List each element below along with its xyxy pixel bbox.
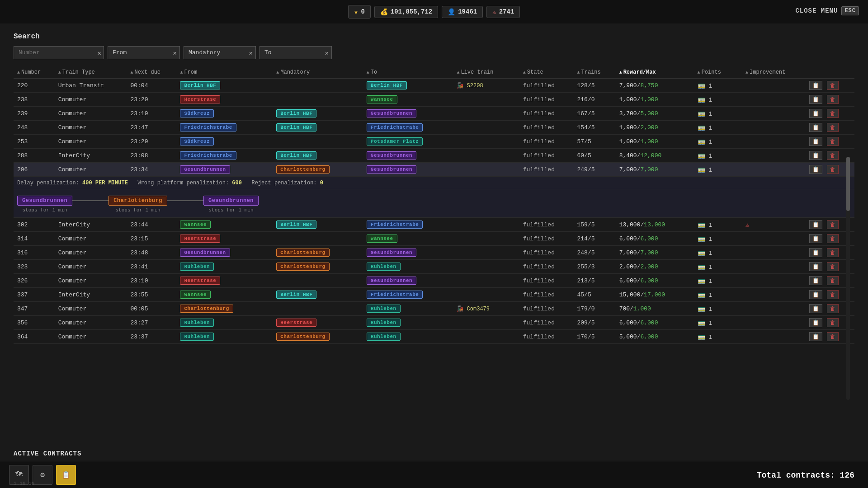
scrollbar[interactable]	[845, 152, 851, 395]
delete-button[interactable]: 🗑	[827, 151, 839, 160]
edit-button[interactable]: 📋	[809, 276, 822, 285]
edit-button[interactable]: 📋	[809, 81, 822, 90]
cell-improvement	[742, 79, 805, 93]
edit-button[interactable]: 📋	[809, 151, 822, 160]
delete-button[interactable]: 🗑	[827, 137, 839, 146]
from-clear-button[interactable]: ✕	[173, 49, 177, 56]
close-menu-button[interactable]: CLOSE MENU ESC	[795, 6, 859, 15]
cell-type: InterCity	[55, 149, 127, 163]
table-row[interactable]: 288 InterCity 23:08 Friedrichstrabe Berl…	[14, 149, 854, 163]
delete-button[interactable]: 🗑	[827, 123, 839, 132]
scrollbar-thumb[interactable]	[846, 157, 850, 211]
cell-to: Berlin HBF	[363, 79, 453, 93]
edit-button[interactable]: 📋	[809, 109, 822, 118]
edit-button[interactable]: 📋	[809, 234, 822, 243]
delete-button[interactable]: 🗑	[827, 262, 839, 271]
cell-next-due: 00:05	[127, 302, 176, 316]
improvement-warning-icon: ⚠	[745, 221, 749, 229]
cell-points: 🚃 1	[694, 107, 742, 121]
table-row[interactable]: 347 Commuter 00:05 Charlottenburg Ruhleb…	[14, 302, 854, 316]
table-row[interactable]: 253 Commuter 23:29 Südkreuz Potsdamer Pl…	[14, 135, 854, 149]
cell-live-train	[453, 135, 519, 149]
table-row[interactable]: 323 Commuter 23:41 Ruhleben Charlottenbu…	[14, 260, 854, 274]
edit-button[interactable]: 📋	[809, 248, 822, 257]
cell-type: Commuter	[55, 302, 127, 316]
delete-button[interactable]: 🗑	[827, 81, 839, 90]
header-train-type[interactable]: ▲Train Type	[55, 66, 127, 79]
table-row[interactable]: 314 Commuter 23:15 Heerstrase Wannsee fu…	[14, 232, 854, 246]
edit-button[interactable]: 📋	[809, 290, 822, 299]
to-clear-button[interactable]: ✕	[325, 49, 329, 56]
cell-to: Potsdamer Platz	[363, 135, 453, 149]
table-row[interactable]: 302 InterCity 23:44 Wannsee Berlin HBF F…	[14, 218, 854, 232]
header-points[interactable]: ▲Points	[694, 66, 742, 79]
cell-mandatory	[273, 93, 363, 107]
delete-button[interactable]: 🗑	[827, 290, 839, 299]
cell-from: Heerstrase	[176, 274, 273, 288]
to-filter[interactable]: To ✕	[259, 46, 332, 59]
edit-button[interactable]: 📋	[809, 95, 822, 104]
table-row[interactable]: 296 Commuter 23:34 Gesundbrunnen Charlot…	[14, 163, 854, 177]
delete-button[interactable]: 🗑	[827, 109, 839, 118]
header-number[interactable]: ▲Number	[14, 66, 55, 79]
cell-type: Commuter	[55, 274, 127, 288]
delete-button[interactable]: 🗑	[827, 318, 839, 327]
delete-button[interactable]: 🗑	[827, 332, 839, 341]
cell-improvement	[742, 135, 805, 149]
number-search-input[interactable]	[14, 46, 104, 59]
number-clear-button[interactable]: ✕	[98, 49, 101, 56]
delete-button[interactable]: 🗑	[827, 276, 839, 285]
total-label: Total contracts:	[757, 471, 835, 480]
route-stop-info: stops for 1 min	[116, 207, 160, 213]
header-improvement[interactable]: ▲Improvement	[742, 66, 805, 79]
delete-button[interactable]: 🗑	[827, 234, 839, 243]
header-state[interactable]: ▲State	[519, 66, 574, 79]
edit-button[interactable]: 📋	[809, 332, 822, 341]
settings-tool-button[interactable]: ⚙	[33, 465, 52, 485]
cell-live-train	[453, 218, 519, 232]
cell-type: Commuter	[55, 107, 127, 121]
delete-button[interactable]: 🗑	[827, 304, 839, 313]
header-live-train[interactable]: ▲Live train	[453, 66, 519, 79]
route-line	[72, 200, 108, 201]
table-row[interactable]: 248 Commuter 23:47 Friedrichstrabe Berli…	[14, 121, 854, 135]
edit-button[interactable]: 📋	[809, 137, 822, 146]
cell-from: Gesundbrunnen	[176, 246, 273, 260]
stars-value: 0	[361, 8, 364, 15]
cell-live-train: 🚂 Com3479	[453, 302, 519, 316]
delete-button[interactable]: 🗑	[827, 248, 839, 257]
header-next-due[interactable]: ▲Next due	[127, 66, 176, 79]
table-row[interactable]: 220 Urban Transit 00:04 Berlin HBF Berli…	[14, 79, 854, 93]
edit-button[interactable]: 📋	[809, 220, 822, 229]
edit-button[interactable]: 📋	[809, 123, 822, 132]
header-reward[interactable]: ▲Reward/Max	[616, 66, 694, 79]
header-mandatory[interactable]: ▲Mandatory	[273, 66, 363, 79]
delete-button[interactable]: 🗑	[827, 220, 839, 229]
header-to[interactable]: ▲To	[363, 66, 453, 79]
delete-button[interactable]: 🗑	[827, 95, 839, 104]
table-row[interactable]: 326 Commuter 23:10 Heerstrase Gesundbrun…	[14, 274, 854, 288]
cell-trains: 57/5	[574, 135, 616, 149]
cell-to: Ruhleben	[363, 260, 453, 274]
cell-trains: 154/5	[574, 121, 616, 135]
table-row[interactable]: 364 Commuter 23:37 Ruhleben Charlottenbu…	[14, 330, 854, 344]
edit-button[interactable]: 📋	[809, 304, 822, 313]
header-trains[interactable]: ▲Trains	[574, 66, 616, 79]
cash-stat: 💰 101,855,712	[374, 6, 438, 18]
from-filter[interactable]: From ✕	[108, 46, 180, 59]
table-row[interactable]: 316 Commuter 23:48 Gesundbrunnen Charlot…	[14, 246, 854, 260]
edit-button[interactable]: 📋	[809, 165, 822, 174]
route-stop-info: stops for 1 min	[209, 207, 254, 213]
table-row[interactable]: 356 Commuter 23:27 Ruhleben Heerstrase R…	[14, 316, 854, 330]
mandatory-clear-button[interactable]: ✕	[249, 49, 253, 56]
contracts-tool-button[interactable]: 📋	[56, 465, 76, 485]
table-row[interactable]: 337 InterCity 23:55 Wannsee Berlin HBF F…	[14, 288, 854, 302]
cell-mandatory	[273, 274, 363, 288]
table-row[interactable]: 238 Commuter 23:20 Heerstrase Wannsee fu…	[14, 93, 854, 107]
header-from[interactable]: ▲From	[176, 66, 273, 79]
delete-button[interactable]: 🗑	[827, 165, 839, 174]
mandatory-filter[interactable]: Mandatory ✕	[184, 46, 256, 59]
edit-button[interactable]: 📋	[809, 262, 822, 271]
table-row[interactable]: 239 Commuter 23:19 Südkreuz Berlin HBF G…	[14, 107, 854, 121]
edit-button[interactable]: 📋	[809, 318, 822, 327]
